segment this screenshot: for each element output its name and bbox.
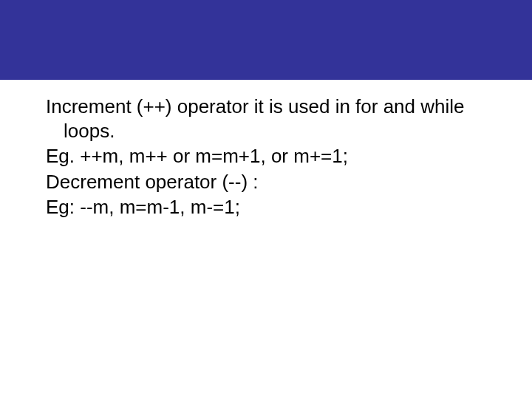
- text-line-1: Increment (++) operator it is used in fo…: [46, 95, 486, 143]
- text-line-2: Eg. ++m, m++ or m=m+1, or m+=1;: [46, 144, 486, 168]
- text-line-4: Eg: --m, m=m-1, m-=1;: [46, 195, 486, 219]
- text-line-3: Decrement operator (--) :: [46, 170, 486, 194]
- slide-header-bar: [0, 0, 532, 80]
- slide: Increment (++) operator it is used in fo…: [0, 0, 532, 399]
- slide-body: Increment (++) operator it is used in fo…: [46, 95, 486, 221]
